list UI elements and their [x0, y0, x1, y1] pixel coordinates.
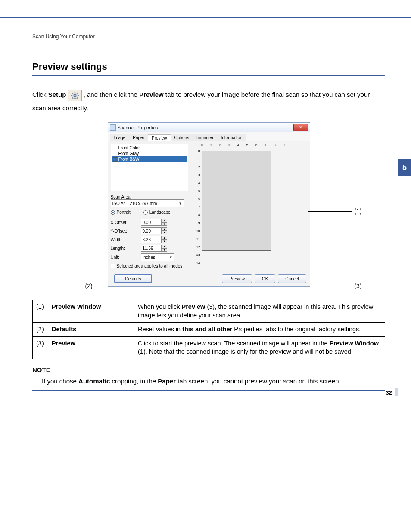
screenshot-figure: Scanner Properties ✕ ImagePaperPreviewOp…	[56, 122, 362, 287]
note-text: cropping, in the	[110, 377, 158, 385]
landscape-label: Landscape	[149, 210, 171, 215]
all-modes-checkbox[interactable]	[111, 264, 115, 268]
row-number: (2)	[33, 323, 48, 337]
table-row: (2)DefaultsReset values in this and all …	[33, 323, 385, 337]
width-label: Width:	[111, 237, 141, 242]
note-body: If you chose Automatic cropping, in the …	[32, 373, 385, 386]
close-button[interactable]: ✕	[293, 124, 308, 131]
ruler-tick-label: 2	[198, 165, 200, 169]
svg-line-10	[77, 93, 78, 93]
ruler-tick-label: 13	[196, 253, 200, 257]
intro-preview-bold: Preview	[139, 91, 164, 98]
note-label: NOTE	[32, 366, 50, 373]
page-number-tab	[395, 388, 398, 396]
x-offset-input[interactable]: 0.00	[141, 219, 162, 226]
row-name: Defaults	[48, 323, 134, 337]
callout-3-label: (3)	[354, 283, 361, 289]
scan-area-dropdown[interactable]: ISO A4 - 210 x 297 mm ▼	[111, 199, 184, 207]
ruler-tick-label: 8	[274, 143, 275, 147]
ruler-tick-label: 12	[196, 245, 200, 249]
svg-line-7	[72, 93, 73, 93]
list-item-label: Front B&W	[118, 157, 140, 162]
ruler-tick-label: 9	[283, 143, 284, 147]
ruler-tick-label: 10	[196, 229, 200, 233]
list-item[interactable]: Front Gray	[112, 151, 187, 156]
x-offset-spinner[interactable]: ▲▼	[162, 219, 167, 226]
svg-point-2	[74, 94, 76, 97]
tab-paper[interactable]: Paper	[129, 134, 148, 141]
chevron-down-icon: ▼	[169, 255, 173, 259]
width-spinner[interactable]: ▲▼	[162, 236, 167, 243]
all-modes-label: Selected area applies to all modes	[117, 264, 183, 268]
unit-dropdown[interactable]: Inches ▼	[141, 253, 174, 261]
checkbox-icon[interactable]	[113, 157, 117, 162]
callout-1-label: (1)	[354, 208, 361, 215]
cancel-button[interactable]: Cancel	[278, 274, 306, 283]
tab-preview[interactable]: Preview	[148, 134, 171, 141]
intro-text: tab to preview your image before the fin…	[32, 91, 370, 112]
note-bold: Automatic	[78, 377, 110, 385]
tab-options[interactable]: Options	[171, 134, 193, 141]
ruler-tick-label: 3	[228, 143, 230, 147]
ruler-tick-label: 8	[198, 213, 200, 217]
intro-text: Click	[32, 91, 48, 98]
ruler-tick-label: 3	[198, 173, 200, 177]
breadcrumb: Scan Using Your Computer	[32, 34, 385, 40]
preview-window-area[interactable]	[202, 151, 271, 251]
ruler-tick-label: 4	[237, 143, 239, 147]
preview-button[interactable]: Preview	[222, 274, 252, 283]
ok-button[interactable]: OK	[255, 274, 275, 283]
chevron-down-icon: ▼	[179, 202, 182, 205]
table-row: (1)Preview WindowWhen you click Preview …	[33, 300, 385, 323]
defaults-button[interactable]: Defaults	[114, 274, 153, 283]
ruler-tick-label: 5	[198, 189, 200, 193]
table-row: (3)PreviewClick to start the preview sca…	[33, 336, 385, 359]
row-name: Preview	[48, 336, 134, 359]
ruler-tick-label: 6	[255, 143, 257, 147]
list-item[interactable]: Front Color	[112, 145, 187, 151]
scanner-properties-window: Scanner Properties ✕ ImagePaperPreviewOp…	[108, 122, 310, 287]
y-offset-spinner[interactable]: ▲▼	[162, 227, 167, 234]
image-type-listbox[interactable]: Front ColorFront GrayFront B&W	[111, 144, 188, 191]
list-item[interactable]: Front B&W	[112, 156, 187, 162]
tab-imprinter[interactable]: Imprinter	[193, 134, 217, 141]
scan-area-value: ISO A4 - 210 x 297 mm	[112, 201, 157, 206]
row-number: (1)	[33, 300, 48, 323]
length-label: Length:	[111, 246, 141, 251]
callout-1-line	[308, 211, 352, 212]
length-input[interactable]: 11.69	[141, 245, 162, 252]
checkbox-icon[interactable]	[113, 152, 117, 156]
ruler-tick-label: 0	[201, 143, 202, 147]
tab-information[interactable]: Information	[217, 134, 246, 141]
ruler-tick-label: 14	[196, 261, 200, 265]
row-description: When you click Preview (3), the scanned …	[134, 300, 385, 323]
portrait-radio[interactable]	[111, 210, 115, 215]
ruler-tick-label: 5	[246, 143, 248, 147]
length-spinner[interactable]: ▲▼	[162, 245, 167, 252]
ruler-left: 01234567891011121314	[194, 151, 202, 264]
ruler-tick-label: 7	[265, 143, 266, 147]
tab-strip: ImagePaperPreviewOptionsImprinterInforma…	[108, 132, 310, 141]
landscape-radio[interactable]	[143, 210, 148, 215]
width-input[interactable]: 8.26	[141, 236, 162, 243]
y-offset-label: Y-Offset:	[111, 229, 141, 233]
list-item-label: Front Color	[118, 146, 140, 150]
list-item-label: Front Gray	[118, 151, 139, 156]
ruler-tick-label: 9	[198, 221, 200, 225]
note-bottom-rule	[32, 390, 385, 391]
row-name: Preview Window	[48, 300, 134, 323]
unit-value: Inches	[143, 255, 155, 260]
unit-label: Unit:	[111, 255, 141, 260]
scan-area-label: Scan Area:	[111, 195, 188, 199]
section-title: Preview settings	[32, 61, 385, 72]
checkbox-icon[interactable]	[113, 146, 117, 150]
ruler-tick-label: 6	[198, 197, 200, 201]
row-description: Reset values in this and all other Prope…	[134, 323, 385, 337]
chapter-tab: 5	[398, 159, 411, 176]
note-text: If you chose	[42, 377, 78, 385]
tab-image[interactable]: Image	[110, 134, 130, 141]
intro-text: , and then click the	[84, 91, 139, 98]
ruler-tick-label: 1	[198, 157, 200, 161]
y-offset-input[interactable]: 0.00	[141, 227, 162, 234]
row-number: (3)	[33, 336, 48, 359]
